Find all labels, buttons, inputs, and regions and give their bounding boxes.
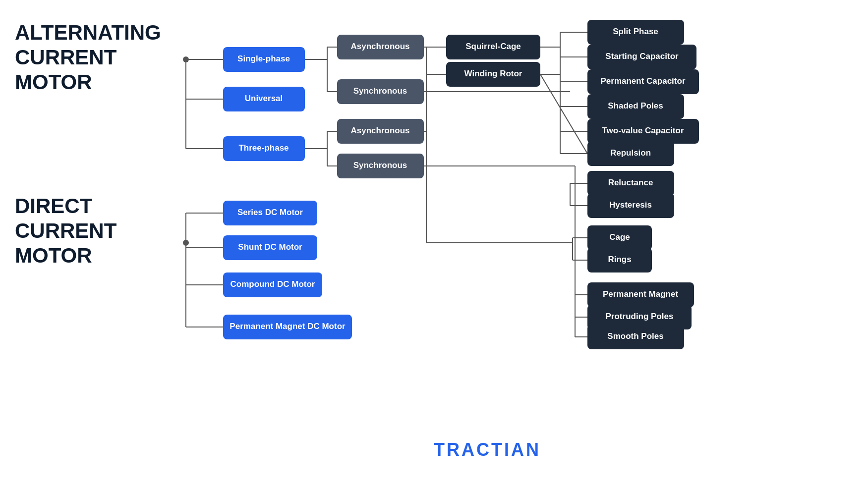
shunt-dc-label: Shunt DC Motor	[238, 242, 302, 252]
permanent-magnet-label: Permanent Magnet	[603, 289, 678, 299]
winding-rotor-label: Winding Rotor	[464, 69, 522, 78]
series-dc-label: Series DC Motor	[237, 208, 303, 217]
universal-label: Universal	[245, 94, 283, 103]
async2-label: Asynchronous	[350, 126, 409, 135]
split-phase-label: Split Phase	[613, 27, 658, 36]
rings-label: Rings	[608, 255, 631, 264]
async1-label: Asynchronous	[350, 42, 409, 51]
compound-dc-label: Compound DC Motor	[231, 279, 315, 289]
reluctance-label: Reluctance	[608, 178, 653, 187]
ac-motor-title2: CURRENT	[15, 46, 117, 69]
repulsion-label: Repulsion	[610, 148, 651, 158]
permanent-cap-label: Permanent Capacitor	[601, 76, 686, 86]
hysteresis-label: Hysteresis	[609, 200, 652, 210]
cage-label: Cage	[609, 232, 630, 242]
single-phase-label: Single-phase	[237, 54, 290, 63]
starting-cap-label: Starting Capacitor	[605, 52, 679, 61]
ac-motor-title3: MOTOR	[15, 70, 92, 94]
tractian-logo: TRACTIAN	[434, 439, 541, 460]
svg-line-27	[540, 74, 587, 154]
sync2-label: Synchronous	[353, 161, 407, 170]
smooth-poles-label: Smooth Poles	[607, 331, 663, 341]
ac-motor-title: ALTERNATING	[15, 21, 161, 44]
dc-motor-title: DIRECT	[15, 194, 93, 218]
protruding-poles-label: Protruding Poles	[606, 312, 674, 321]
two-value-cap-label: Two-value Capacitor	[602, 126, 684, 135]
squirrel-cage-label: Squirrel-Cage	[465, 42, 521, 51]
permanent-dc-label: Permanent Magnet DC Motor	[230, 322, 346, 331]
three-phase-label: Three-phase	[238, 143, 289, 153]
shaded-poles-label: Shaded Poles	[608, 101, 663, 110]
dc-motor-title3: MOTOR	[15, 244, 92, 267]
sync1-label: Synchronous	[353, 86, 407, 96]
dc-motor-title2: CURRENT	[15, 219, 117, 242]
